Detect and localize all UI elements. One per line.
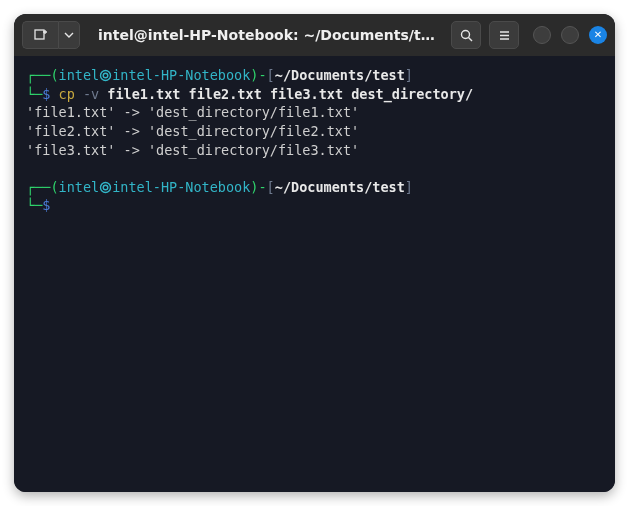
svg-rect-0: [35, 30, 44, 39]
prompt-rparen: )-: [250, 67, 266, 83]
prompt-tilde: ~: [275, 67, 283, 83]
prompt-lparen: (: [50, 179, 58, 195]
spiral-icon: [99, 68, 112, 81]
hamburger-icon: [497, 28, 512, 43]
titlebar: intel@intel-HP-Notebook: ~/Documents/tes…: [14, 14, 615, 56]
cmd-flag: -v: [83, 86, 99, 102]
terminal-body[interactable]: ┌──(intelintel-HP-Notebook)-[~/Documents…: [14, 56, 615, 492]
minimize-button[interactable]: [533, 26, 551, 44]
window-title: intel@intel-HP-Notebook: ~/Documents/tes…: [88, 27, 443, 43]
window-controls: [533, 26, 607, 44]
prompt-lbracket: [: [267, 179, 275, 195]
prompt-rbracket: ]: [405, 67, 413, 83]
output-line: 'file2.txt' -> 'dest_directory/file2.txt…: [26, 123, 359, 139]
prompt-tilde: ~: [275, 179, 283, 195]
prompt-lbracket: [: [267, 67, 275, 83]
prompt-rparen: )-: [250, 179, 266, 195]
command-line: └─$ cp -v file1.txt file2.txt file3.txt …: [26, 86, 473, 102]
cmd-name: cp: [59, 86, 83, 102]
svg-line-4: [468, 37, 472, 41]
prompt-user: intel: [59, 179, 100, 195]
svg-point-11: [103, 185, 108, 190]
prompt-dollar: $: [42, 197, 50, 213]
cmd-args: file1.txt file2.txt file3.txt dest_direc…: [99, 86, 473, 102]
prompt-dollar: $: [42, 86, 50, 102]
prompt-path: /Documents/test: [283, 179, 405, 195]
prompt-host: intel-HP-Notebook: [112, 179, 250, 195]
prompt-corner-bottom: └─: [26, 86, 42, 102]
svg-point-9: [103, 73, 108, 78]
new-tab-button[interactable]: [22, 21, 58, 49]
close-button[interactable]: [589, 26, 607, 44]
maximize-button[interactable]: [561, 26, 579, 44]
titlebar-right-group: [451, 21, 607, 49]
svg-point-10: [101, 182, 111, 192]
search-icon: [459, 28, 474, 43]
prompt-lparen: (: [50, 67, 58, 83]
svg-point-3: [461, 30, 469, 38]
new-tab-icon: [33, 27, 49, 43]
command-line-empty: └─$: [26, 197, 59, 213]
terminal-window: intel@intel-HP-Notebook: ~/Documents/tes…: [14, 14, 615, 492]
prompt-host: intel-HP-Notebook: [112, 67, 250, 83]
svg-point-8: [101, 71, 111, 81]
new-tab-dropdown[interactable]: [58, 21, 80, 49]
prompt-corner-bottom: └─: [26, 197, 42, 213]
prompt-line-1: ┌──(intelintel-HP-Notebook)-[~/Documents…: [26, 67, 413, 83]
prompt-path: /Documents/test: [283, 67, 405, 83]
prompt-corner-top: ┌──: [26, 67, 50, 83]
output-line: 'file1.txt' -> 'dest_directory/file1.txt…: [26, 104, 359, 120]
spiral-icon: [99, 180, 112, 193]
prompt-rbracket: ]: [405, 179, 413, 195]
prompt-line-2: ┌──(intelintel-HP-Notebook)-[~/Documents…: [26, 179, 413, 195]
search-button[interactable]: [451, 21, 481, 49]
chevron-down-icon: [64, 30, 74, 40]
titlebar-left-group: [22, 21, 80, 49]
prompt-corner-top: ┌──: [26, 179, 50, 195]
prompt-user: intel: [59, 67, 100, 83]
output-line: 'file3.txt' -> 'dest_directory/file3.txt…: [26, 142, 359, 158]
menu-button[interactable]: [489, 21, 519, 49]
